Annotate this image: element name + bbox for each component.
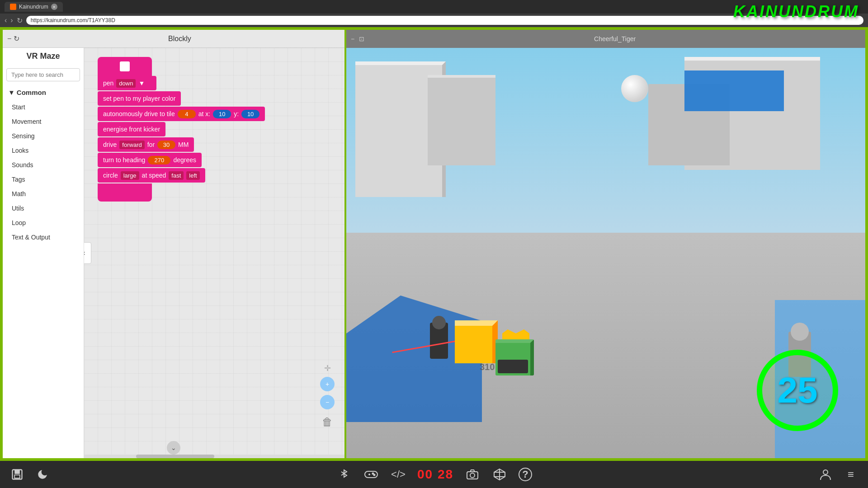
- blockly-expand-btn[interactable]: − ↻: [3, 34, 19, 43]
- sidebar-item-looks[interactable]: Looks: [3, 143, 84, 158]
- svg-rect-3: [365, 471, 377, 478]
- blockly-title: Blockly: [168, 35, 191, 43]
- white-ball: [621, 75, 648, 102]
- game-restore-btn[interactable]: ⊡: [359, 35, 364, 42]
- sidebar-item-start[interactable]: Start: [3, 100, 84, 114]
- pen-block[interactable]: pen down ▼: [98, 76, 156, 90]
- sidebar-item-utils[interactable]: Utils: [3, 201, 84, 216]
- distance-input[interactable]: 30: [157, 141, 175, 149]
- blockly-refresh-btn[interactable]: ↻: [14, 34, 19, 43]
- tab-label: Kainundrum: [19, 4, 48, 10]
- arrow-icon: ▼: [8, 89, 15, 96]
- sidebar-item-text-output[interactable]: Text & Output: [3, 230, 84, 244]
- search-input[interactable]: [6, 68, 80, 81]
- code-icon[interactable]: </>: [390, 466, 406, 483]
- tile-input[interactable]: 4: [178, 110, 196, 118]
- pen-dropdown[interactable]: down: [116, 79, 136, 88]
- left-panel: − ↻ Blockly VR Maze ▼ Common Start Movem…: [3, 30, 346, 458]
- timer-digits: 00 28: [417, 467, 453, 482]
- unit-label: MM: [178, 141, 189, 148]
- energise-block[interactable]: energise front kicker: [98, 122, 165, 136]
- hat-block[interactable]: [98, 57, 152, 76]
- tab-close-btn[interactable]: ×: [51, 4, 57, 10]
- svg-point-9: [470, 473, 475, 478]
- svg-point-6: [372, 473, 373, 474]
- for-label: for: [147, 141, 155, 148]
- sidebar-item-math[interactable]: Math: [3, 187, 84, 201]
- collapse-panel-btn[interactable]: ‹: [84, 242, 91, 264]
- game-canvas: 25 310: [346, 48, 865, 458]
- set-pen-label: set pen to my player color: [103, 95, 175, 102]
- scroll-bar-h[interactable]: [84, 455, 344, 458]
- zoom-in-btn[interactable]: +: [320, 377, 335, 391]
- turn-label: turn to heading: [103, 156, 145, 164]
- drive-block[interactable]: drive forward for 30 MM: [98, 137, 194, 152]
- yellow-cube: [455, 320, 498, 363]
- sidebar-item-movement[interactable]: Movement: [3, 114, 84, 129]
- svg-point-14: [823, 470, 828, 474]
- blocks-area: pen down ▼ set pen to my player color au…: [84, 48, 344, 458]
- direction-dropdown[interactable]: forward: [119, 141, 144, 149]
- moon-icon[interactable]: [34, 466, 51, 483]
- green-robot-container: [495, 329, 536, 370]
- game-minimize-btn[interactable]: −: [351, 35, 354, 42]
- crown: [502, 329, 529, 339]
- circle-block[interactable]: circle large at speed fast left: [98, 168, 205, 183]
- game-scene: 25 310: [346, 48, 865, 458]
- green-robot-body: [495, 339, 534, 375]
- back-btn[interactable]: ‹: [5, 16, 7, 24]
- size-dropdown[interactable]: large: [121, 171, 139, 180]
- score-number: 25: [778, 370, 818, 411]
- pen-label: pen: [103, 80, 113, 87]
- set-pen-block[interactable]: set pen to my player color: [98, 91, 181, 106]
- blockly-minus-btn[interactable]: −: [7, 35, 11, 43]
- at-x-label: at x:: [198, 110, 210, 117]
- y-input[interactable]: 10: [241, 110, 259, 118]
- pen-down-arrow: ▼: [138, 80, 145, 87]
- drive-tile-label: autonomously drive to tile: [103, 110, 175, 117]
- bluetooth-icon[interactable]: [336, 466, 352, 483]
- degrees-label: degrees: [173, 156, 196, 164]
- heading-input[interactable]: 270: [148, 156, 170, 164]
- blue-platform-top: [684, 70, 784, 111]
- game-title: Cheerful_Tiger: [369, 35, 861, 42]
- user-icon[interactable]: [817, 466, 834, 483]
- drive-label: drive: [103, 141, 117, 148]
- blockly-main: VR Maze ▼ Common Start Movement Sensing …: [3, 48, 344, 458]
- forward-btn[interactable]: ›: [10, 16, 13, 24]
- bottom-toolbar: </> 00 28 ? ≡: [0, 461, 868, 488]
- robot-head: [432, 316, 446, 329]
- sidebar-item-common[interactable]: ▼ Common: [3, 85, 84, 100]
- speed-dropdown[interactable]: fast: [169, 171, 184, 180]
- save-icon[interactable]: [9, 466, 25, 483]
- sidebar-item-tags[interactable]: Tags: [3, 172, 84, 187]
- help-icon[interactable]: ?: [519, 468, 532, 481]
- x-input[interactable]: 10: [213, 110, 231, 118]
- blockly-header: − ↻ Blockly: [3, 30, 344, 48]
- drive-tile-block[interactable]: autonomously drive to tile 4 at x: 10 y:…: [98, 107, 265, 121]
- scroll-thumb-h: [136, 455, 214, 458]
- svg-rect-1: [14, 470, 20, 474]
- expand-down-btn[interactable]: ⌄: [167, 441, 180, 455]
- timer-display: 00 28: [417, 467, 453, 482]
- blocks-container: pen down ▼ set pen to my player color au…: [98, 57, 265, 202]
- sidebar-item-sounds[interactable]: Sounds: [3, 158, 84, 172]
- menu-icon[interactable]: ≡: [843, 466, 859, 483]
- right-panel: − ⊡ Cheerful_Tiger: [346, 30, 865, 458]
- direction-dropdown2[interactable]: left: [186, 171, 199, 180]
- turn-block[interactable]: turn to heading 270 degrees: [98, 153, 202, 167]
- cube-icon[interactable]: [491, 466, 508, 483]
- camera-icon[interactable]: [464, 466, 481, 483]
- trash-btn[interactable]: 🗑: [319, 413, 335, 431]
- refresh-btn[interactable]: ↻: [17, 16, 23, 25]
- sidebar-item-sensing[interactable]: Sensing: [3, 129, 84, 143]
- circle-label: circle: [103, 172, 118, 179]
- gamepad-icon[interactable]: [363, 466, 379, 483]
- game-header: − ⊡ Cheerful_Tiger: [346, 30, 865, 48]
- maze-wall-2: [428, 75, 495, 165]
- sidebar-item-loop[interactable]: Loop: [3, 216, 84, 230]
- stop-icon: [120, 61, 130, 71]
- browser-tab[interactable]: Kainundrum ×: [5, 2, 63, 12]
- y-label: y:: [234, 110, 239, 117]
- zoom-out-btn[interactable]: −: [320, 395, 335, 409]
